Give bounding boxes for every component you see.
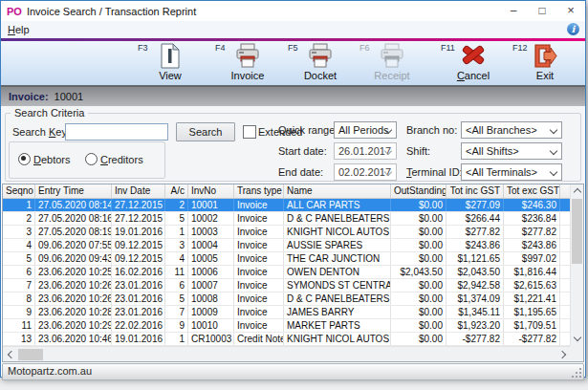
window-title: Invoice Search / Transaction Reprint: [27, 6, 499, 17]
fkey-label: F3: [138, 43, 148, 53]
toolbar-button-label: Cancel: [438, 70, 509, 81]
grid-header-seqno[interactable]: Seqno: [3, 184, 35, 198]
grid-cell: 11: [3, 319, 35, 332]
grid-cell: 10009: [188, 306, 234, 318]
docket-button[interactable]: F5Docket: [285, 41, 356, 84]
maximize-button[interactable]: □: [528, 1, 556, 21]
chevron-down-icon: [550, 126, 557, 134]
close-button[interactable]: ×: [556, 1, 585, 21]
horizontal-scrollbar[interactable]: [3, 346, 570, 361]
cancel-button[interactable]: F11Cancel: [438, 41, 509, 84]
grid-cell: 23.06.2020 10:46: [35, 333, 112, 345]
grid-cell: $1,709.51: [504, 319, 560, 332]
resize-grip[interactable]: [570, 366, 582, 379]
grid-header-inv-date[interactable]: Inv Date: [112, 184, 165, 198]
grid-header-tot-inc-gst[interactable]: Tot inc GST: [446, 184, 504, 198]
table-row[interactable]: 409.06.2020 07:5509.12.2015310004Invoice…: [3, 239, 583, 252]
end-date-select[interactable]: 02.02.2017: [334, 163, 397, 181]
table-row[interactable]: 127.05.2020 08:1427.12.2015210001Invoice…: [3, 199, 583, 212]
table-row[interactable]: 327.05.2020 08:1919.01.2016110003Invoice…: [3, 226, 583, 239]
search-key-input[interactable]: [65, 123, 168, 141]
grid-header-a-c[interactable]: A/c: [165, 184, 188, 198]
grid-cell: KNIGHT NICOL AUTOS: [284, 226, 391, 238]
grid-cell: OWEN DENTON: [284, 266, 391, 278]
grid-header-invno[interactable]: InvNo: [188, 184, 234, 198]
grid-cell: $0.00: [391, 306, 446, 318]
status-bar: Motopartz.com.au: [2, 363, 584, 380]
grid-cell: 5: [165, 212, 188, 225]
grid-cell: 3: [3, 226, 35, 238]
grid-header-entry-time[interactable]: Entry Time: [35, 184, 112, 198]
exit-button[interactable]: F12Exit: [510, 41, 580, 84]
table-row[interactable]: 923.06.2020 10:2823.01.2016710009Invoice…: [3, 306, 583, 319]
table-row[interactable]: 723.06.2020 10:2623.01.2016610007Invoice…: [3, 279, 583, 292]
grid-cell: 23.06.2020 10:28: [35, 306, 112, 318]
results-grid: SeqnoEntry TimeInv DateA/cInvNoTrans typ…: [2, 184, 584, 362]
grid-cell: 10003: [188, 226, 234, 238]
table-row[interactable]: 509.06.2020 09:4309.12.2015410005Invoice…: [3, 252, 583, 266]
grid-cell: 10007: [188, 279, 234, 292]
grid-cell: 23.01.2016: [112, 279, 165, 292]
shift-select[interactable]: <All Shifts>: [461, 142, 562, 160]
table-row[interactable]: 227.05.2020 08:1627.12.2015510002Invoice…: [3, 212, 583, 226]
vertical-scrollbar[interactable]: [570, 184, 583, 346]
grid-header-outstanding[interactable]: OutStanding: [391, 184, 446, 198]
grid-cell: $0.00: [391, 279, 446, 292]
scroll-up-icon[interactable]: [571, 184, 583, 197]
grid-cell: $2,615.63: [504, 279, 560, 292]
grid-cell: 1: [165, 333, 188, 345]
table-row[interactable]: 623.06.2020 10:2516.02.20161110006Invoic…: [3, 266, 583, 279]
search-button[interactable]: Search: [176, 122, 235, 141]
grid-cell: $1,221.41: [504, 292, 560, 305]
grid-cell: Invoice: [234, 252, 284, 265]
scroll-down-icon[interactable]: [571, 333, 583, 345]
creditors-radio[interactable]: [85, 153, 98, 165]
grid-cell: $243.86: [446, 239, 504, 251]
grid-cell: $243.86: [504, 239, 560, 251]
grid-cell: $236.84: [504, 212, 560, 225]
fkey-label: F12: [512, 43, 528, 53]
grid-header-name[interactable]: Name: [284, 184, 391, 198]
search-key-label: Search Key:: [12, 126, 70, 138]
grid-cell: Invoice: [234, 199, 284, 211]
grid-cell: 8: [3, 292, 35, 305]
grid-cell: 27.12.2015: [112, 199, 165, 211]
grid-cell: Invoice: [234, 279, 284, 292]
extended-checkbox[interactable]: [243, 125, 256, 139]
grid-cell: Invoice: [234, 226, 284, 238]
invoice-bar: Invoice: 10001: [1, 87, 585, 106]
branch-select[interactable]: <All Branches>: [461, 121, 562, 139]
grid-cell: $0.00: [391, 292, 446, 305]
invoice-button[interactable]: F4Invoice: [212, 41, 283, 84]
scroll-right-icon[interactable]: [556, 348, 569, 360]
horizontal-scroll-thumb[interactable]: [18, 349, 43, 360]
grid-cell: $0.00: [391, 319, 446, 332]
grid-cell: $2,043.50: [446, 266, 504, 278]
toolbar: F3ViewF4InvoiceF5DocketF6ReceiptF11Cance…: [1, 41, 585, 87]
grid-cell: $0.00: [391, 239, 446, 251]
grid-cell: JAMES BARRY: [284, 306, 391, 318]
terminal-select[interactable]: <All Terminals>: [461, 163, 562, 181]
grid-header-tot-exc-gst[interactable]: Tot exc GST: [504, 184, 560, 198]
vertical-scroll-thumb[interactable]: [572, 199, 582, 264]
debtors-radio[interactable]: [18, 153, 31, 165]
grid-cell: $1,345.11: [446, 306, 504, 318]
grid-cell: $1,816.44: [504, 266, 560, 278]
info-icon[interactable]: i: [567, 23, 579, 35]
table-row[interactable]: 823.06.2020 10:2623.01.2016510008Invoice…: [3, 292, 583, 306]
start-date-select[interactable]: 26.01.2017: [334, 142, 397, 160]
view-button[interactable]: F3View: [135, 41, 206, 84]
grid-cell: 10010: [188, 319, 234, 332]
search-criteria-panel: Search Criteria Search Key: Search Exten…: [1, 106, 585, 184]
grid-cell: AUSSIE SPARES: [284, 239, 391, 251]
minimize-button[interactable]: –: [499, 1, 528, 21]
quick-ranges-select[interactable]: All Periods: [334, 121, 397, 139]
scroll-left-icon[interactable]: [4, 348, 16, 360]
menu-help[interactable]: Help: [1, 24, 36, 35]
grid-header-trans-type[interactable]: Trans type: [234, 184, 284, 198]
toolbar-button-label: View: [135, 70, 206, 81]
grid-body: 127.05.2020 08:1427.12.2015210001Invoice…: [3, 199, 583, 346]
table-row[interactable]: 1323.06.2020 10:4619.01.20161CR10003Cred…: [3, 333, 583, 346]
grid-cell: 10002: [188, 212, 234, 225]
table-row[interactable]: 1123.06.2020 10:2922.02.2016910010Invoic…: [3, 319, 583, 333]
